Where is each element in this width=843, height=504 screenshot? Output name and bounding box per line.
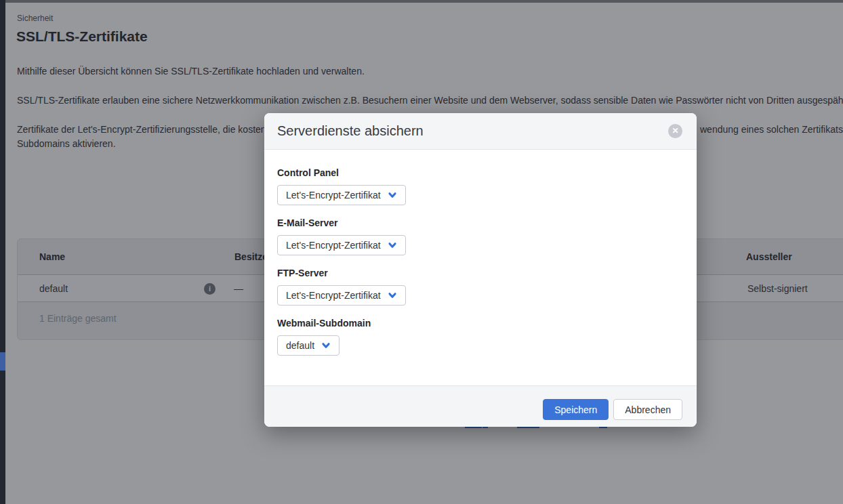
chevron-down-icon — [321, 341, 331, 350]
ftp-server-select[interactable]: Let's-Encrypt-Zertifikat — [277, 285, 406, 306]
cancel-button[interactable]: Abbrechen — [613, 399, 682, 420]
control-panel-value: Let's-Encrypt-Zertifikat — [286, 190, 381, 201]
chevron-down-icon — [388, 240, 397, 250]
save-button[interactable]: Speichern — [543, 399, 609, 420]
chevron-down-icon — [388, 291, 397, 300]
control-panel-select[interactable]: Let's-Encrypt-Zertifikat — [277, 185, 406, 205]
dialog-header: Serverdienste absichern ✕ — [264, 113, 697, 150]
close-icon[interactable]: ✕ — [668, 124, 682, 138]
webmail-subdomain-select[interactable]: default — [277, 335, 340, 356]
ftp-server-label: FTP-Server — [277, 268, 684, 278]
email-server-select[interactable]: Let's-Encrypt-Zertifikat — [277, 235, 406, 255]
dialog-title: Serverdienste absichern — [277, 123, 424, 139]
field-ftp-server: FTP-Server Let's-Encrypt-Zertifikat — [277, 268, 684, 306]
webmail-subdomain-value: default — [286, 340, 314, 351]
field-control-panel: Control Panel Let's-Encrypt-Zertifikat — [277, 167, 684, 205]
email-server-value: Let's-Encrypt-Zertifikat — [286, 240, 381, 251]
ftp-server-value: Let's-Encrypt-Zertifikat — [286, 290, 381, 301]
top-edge-strip — [0, 0, 843, 3]
dialog-footer: Speichern Abbrechen — [264, 385, 697, 427]
email-server-label: E-Mail-Server — [277, 217, 684, 228]
webmail-subdomain-label: Webmail-Subdomain — [277, 318, 684, 329]
sidebar-edge — [0, 0, 5, 504]
secure-services-dialog: Serverdienste absichern ✕ Control Panel … — [264, 113, 697, 427]
sidebar-active-indicator — [0, 352, 5, 371]
field-webmail-subdomain: Webmail-Subdomain default — [277, 318, 684, 356]
control-panel-label: Control Panel — [277, 167, 684, 178]
chevron-down-icon — [388, 190, 397, 200]
dialog-body: Control Panel Let's-Encrypt-Zertifikat E… — [264, 150, 697, 385]
field-email-server: E-Mail-Server Let's-Encrypt-Zertifikat — [277, 217, 684, 255]
